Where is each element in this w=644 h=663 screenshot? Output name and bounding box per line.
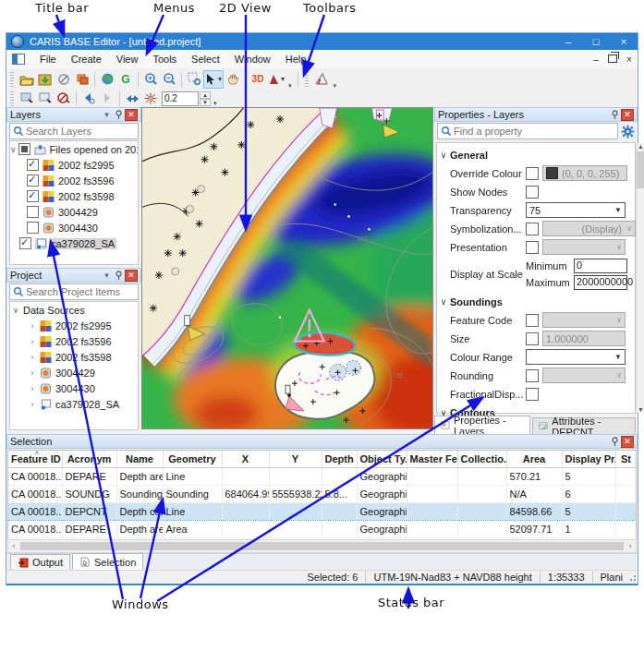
zoom-window-button[interactable] [185,71,203,88]
show-nodes-checkbox[interactable] [526,186,539,199]
col-acronym[interactable]: Acronym [62,451,116,468]
col-x[interactable]: X [222,451,269,468]
menu-create[interactable]: Create [64,52,109,66]
copy-layer-button[interactable] [73,71,91,88]
properties-pin-icon[interactable] [609,109,621,120]
mdi-minimize-button[interactable]: – [588,54,604,65]
properties-scrollbar[interactable]: ▲ ▼ [636,143,644,413]
feature-code-checkbox[interactable] [526,314,539,327]
resize-grip[interactable] [626,572,638,583]
override-colour-checkbox[interactable] [526,167,539,180]
layers-root-checkbox[interactable] [18,143,30,155]
table-row-selected[interactable]: CA 00018...DEPCNTDepth co...LineGeograph… [8,503,637,521]
menu-help[interactable]: Help [278,52,314,66]
expander-icon[interactable]: ∨ [10,306,21,315]
collapse-icon[interactable]: ∨ [437,297,450,307]
toolbar-grip[interactable] [10,72,14,87]
select-tool-dropdown-icon[interactable]: ▾ [218,75,222,83]
tolerance-input[interactable]: 0.2 [162,91,199,106]
fractional-checkbox[interactable] [526,388,539,401]
menu-window[interactable]: Window [227,52,278,66]
col-object-type[interactable]: Object Ty... [357,451,407,468]
expander-icon[interactable]: › [27,400,38,409]
rounding-checkbox[interactable] [526,369,539,382]
pan-button[interactable] [224,71,242,88]
3d-view-button[interactable]: 3D [249,71,267,88]
menu-view[interactable]: View [109,52,146,66]
menu-tools[interactable]: Tools [145,52,184,66]
layer-checkbox[interactable] [27,190,39,202]
project-pin-icon[interactable] [113,270,125,281]
symbolization-checkbox[interactable] [526,223,539,235]
expander-icon[interactable]: › [27,353,38,362]
toolbar-sel-overflow-icon[interactable]: ▾ [213,100,217,107]
expander-icon[interactable]: › [27,321,38,331]
layer-item-selected[interactable]: ca379028_SA [10,235,138,251]
section-general[interactable]: ∨ General [437,146,636,163]
col-display-priority[interactable]: Display Pr... [562,451,615,468]
col-area[interactable]: Area [506,451,562,468]
select-by-rect-button[interactable] [18,90,36,107]
col-name[interactable]: Name [116,451,163,468]
presentation-checkbox[interactable] [526,241,539,254]
maximum-input[interactable]: 2000000000 [574,275,627,290]
project-search-input[interactable] [9,283,139,300]
selection-close-icon[interactable]: ✕ [621,436,634,448]
project-item[interactable]: › ca379028_SA [10,396,138,412]
layers-close-icon[interactable]: ✕ [125,109,138,121]
toolbar-overflow-icon[interactable]: ▾ [288,82,292,90]
layers-root-item[interactable]: ∨ Files opened on 201... [10,141,138,157]
select-tool-button[interactable]: ▾ [203,70,224,89]
tab-selection[interactable]: Selection [72,553,143,570]
layer-checkbox[interactable] [27,159,39,171]
layer-item[interactable]: 2002 fs3596 [10,173,138,188]
swap-selection-button[interactable] [123,90,141,107]
project-item[interactable]: › 3004430 [10,380,138,396]
previous-selection-button[interactable] [79,90,98,107]
project-item[interactable]: › 2002 fs3596 [10,333,138,349]
project-item[interactable]: › 2002 fs3598 [10,349,138,365]
properties-panel-header[interactable]: Properties - Layers ✕ [434,107,638,122]
gear-icon[interactable] [621,125,635,139]
scroll-up-icon[interactable]: ▲ [638,143,644,150]
globe-button[interactable] [98,71,116,88]
layer-item[interactable]: 2002 fs2995 [10,157,138,173]
angle-measure-button[interactable] [312,71,331,88]
open-project-button[interactable] [18,71,36,88]
layers-pin-icon[interactable] [113,109,125,120]
import-button[interactable] [36,71,55,88]
size-checkbox[interactable] [526,332,539,345]
layer-checkbox[interactable] [19,237,31,249]
zoom-out-button[interactable] [160,71,178,88]
soundings-colour-range-select[interactable]: ▼ [526,349,626,365]
expander-icon[interactable]: ∨ [10,145,17,154]
tab-output[interactable]: Output [10,554,70,570]
layers-panel-header[interactable]: Layers ▾ ✕ [6,107,141,122]
col-collection[interactable]: Collectio... [457,451,506,468]
tolerance-spinner[interactable]: ▲▼ [200,91,211,106]
transparency-select[interactable]: 75▼ [526,202,626,218]
selection-pin-icon[interactable] [609,436,621,447]
project-item[interactable]: › 2002 fs2995 [10,318,138,333]
toolbar2-overflow-icon[interactable]: ▾ [334,82,337,90]
status-scale[interactable]: 1:35333 [541,572,592,583]
close-button[interactable]: × [610,33,638,50]
menu-select[interactable]: Select [184,52,227,66]
select-add-button[interactable] [36,90,55,107]
table-row[interactable]: CA 00018...DEPAREDepth areaAreaGeographi… [8,521,637,538]
project-menu-icon[interactable]: ▾ [101,270,113,281]
project-close-icon[interactable]: ✕ [125,270,138,282]
expander-icon[interactable]: › [27,368,38,378]
table-row[interactable]: CA 00018...SOUNDGSoundingSounding684064.… [8,486,637,503]
layers-search-input[interactable] [9,123,139,139]
layer-checkbox[interactable] [27,222,39,234]
collapse-icon[interactable]: ∨ [437,151,450,160]
col-master[interactable]: Master Fe... [407,451,457,468]
table-row[interactable]: CA 00018...DEPAREDepth areaLineGeographi… [8,468,637,486]
flag-tool-dropdown-icon[interactable]: ▾ [281,75,285,83]
status-mode[interactable]: Plani [593,572,625,583]
scroll-left-icon[interactable]: ‹ [8,542,19,550]
status-crs[interactable]: UTM-19N-Nad83 + NAVD88 height [366,572,539,583]
scroll-down-icon[interactable]: ▼ [638,406,644,413]
layer-checkbox[interactable] [27,175,39,187]
